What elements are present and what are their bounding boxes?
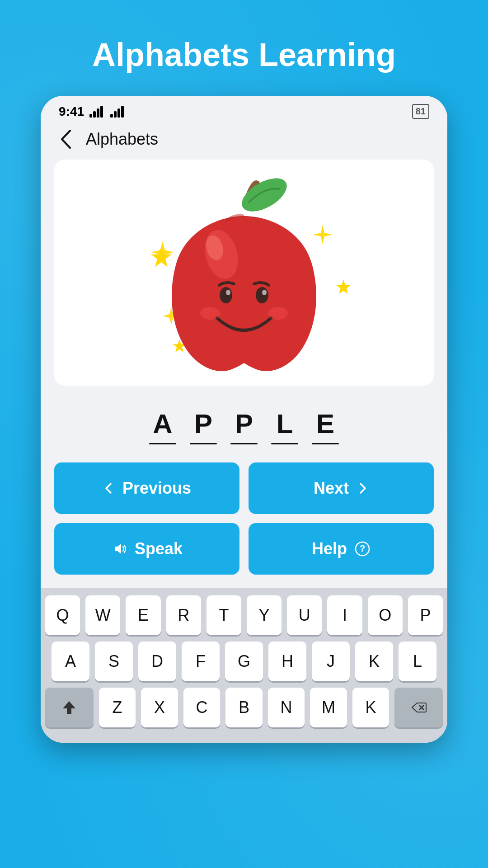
key-p[interactable]: P xyxy=(408,595,443,635)
letter-box-a: A xyxy=(149,408,176,444)
letter-box-l: L xyxy=(271,408,298,444)
keyboard-row-2: A S D F G H J K L xyxy=(45,642,443,681)
key-x[interactable]: X xyxy=(141,688,178,727)
letter-box-e: E xyxy=(312,408,339,444)
previous-button[interactable]: Previous xyxy=(54,462,239,514)
key-y[interactable]: Y xyxy=(247,595,282,635)
key-l[interactable]: L xyxy=(399,642,436,681)
key-m[interactable]: M xyxy=(310,688,347,727)
key-t[interactable]: T xyxy=(206,595,241,635)
svg-point-9 xyxy=(262,290,267,295)
image-card xyxy=(54,160,434,386)
svg-point-3 xyxy=(236,171,292,218)
key-c[interactable]: C xyxy=(183,688,221,727)
speak-button[interactable]: Speak xyxy=(54,523,239,575)
letter-p2: P xyxy=(235,408,253,439)
key-q[interactable]: Q xyxy=(45,595,80,635)
signal-bar xyxy=(114,111,117,118)
letter-l: L xyxy=(277,408,293,439)
chevron-right-icon xyxy=(356,482,369,495)
help-label: Help xyxy=(312,539,347,558)
key-w[interactable]: W xyxy=(85,595,120,635)
key-k2[interactable]: K xyxy=(352,688,389,727)
signal-bar xyxy=(110,114,113,118)
letter-underline xyxy=(312,443,339,444)
key-o[interactable]: O xyxy=(368,595,403,635)
apple-illustration xyxy=(54,160,434,386)
signal-bar xyxy=(117,108,120,118)
keyboard-row-1: Q W E R T Y U I O P xyxy=(45,595,443,635)
letter-a: A xyxy=(153,408,172,439)
chevron-left-icon xyxy=(103,482,115,495)
previous-label: Previous xyxy=(122,479,191,498)
keyboard: Q W E R T Y U I O P A S D F G H J K L xyxy=(41,588,447,743)
status-time: 9:41 xyxy=(59,104,84,119)
signal-bar xyxy=(100,106,103,118)
svg-point-10 xyxy=(200,307,220,320)
shift-key[interactable] xyxy=(45,688,94,727)
letter-underline xyxy=(190,443,217,444)
letter-underline xyxy=(149,443,176,444)
svg-point-6 xyxy=(220,287,232,303)
key-k[interactable]: K xyxy=(355,642,393,681)
back-button[interactable] xyxy=(54,128,77,151)
letter-e: E xyxy=(316,408,334,439)
signal-bar xyxy=(89,114,92,118)
signal-bars xyxy=(89,106,124,118)
phone-frame: 9:41 81 xyxy=(41,96,447,743)
key-n[interactable]: N xyxy=(268,688,305,727)
letter-underline xyxy=(271,443,298,444)
key-f[interactable]: F xyxy=(182,642,220,681)
signal-bar xyxy=(121,106,124,118)
svg-marker-1 xyxy=(336,279,351,294)
key-b[interactable]: B xyxy=(225,688,263,727)
battery-indicator: 81 xyxy=(412,104,429,119)
key-h[interactable]: H xyxy=(268,642,306,681)
backspace-icon xyxy=(411,701,427,714)
button-grid: Previous Next Speak Help ? xyxy=(41,462,447,588)
signal-bar xyxy=(97,108,99,118)
speaker-icon xyxy=(111,541,127,557)
keyboard-row-3: Z X C B N M K xyxy=(45,688,443,727)
key-e[interactable]: E xyxy=(126,595,160,635)
key-s[interactable]: S xyxy=(95,642,133,681)
signal-group-2 xyxy=(110,106,124,118)
key-j[interactable]: J xyxy=(312,642,350,681)
next-button[interactable]: Next xyxy=(249,462,434,514)
letter-box-p2: P xyxy=(230,408,258,444)
svg-point-11 xyxy=(268,307,288,320)
signal-group-1 xyxy=(89,106,103,118)
key-u[interactable]: U xyxy=(287,595,322,635)
svg-point-7 xyxy=(256,287,268,303)
letter-p1: P xyxy=(194,408,212,439)
nav-bar: Alphabets xyxy=(41,123,447,160)
key-r[interactable]: R xyxy=(166,595,201,635)
signal-bar xyxy=(93,111,96,118)
svg-text:?: ? xyxy=(360,543,365,553)
key-g[interactable]: G xyxy=(225,642,263,681)
delete-key[interactable] xyxy=(394,688,443,727)
word-display: A P P L E xyxy=(41,399,447,462)
nav-title: Alphabets xyxy=(86,130,158,149)
key-i[interactable]: I xyxy=(327,595,362,635)
key-z[interactable]: Z xyxy=(99,688,136,727)
help-button[interactable]: Help ? xyxy=(249,523,434,575)
speak-label: Speak xyxy=(135,539,183,558)
letter-box-p1: P xyxy=(190,408,217,444)
next-label: Next xyxy=(314,479,349,498)
status-bar: 9:41 81 xyxy=(41,96,447,123)
letter-underline xyxy=(230,443,258,444)
shift-icon xyxy=(61,699,77,716)
key-a[interactable]: A xyxy=(52,642,89,681)
svg-point-8 xyxy=(226,290,230,295)
status-left: 9:41 xyxy=(59,104,124,119)
page-title: Alphabets Learning xyxy=(92,36,396,73)
key-d[interactable]: D xyxy=(138,642,176,681)
help-icon: ? xyxy=(354,541,371,557)
